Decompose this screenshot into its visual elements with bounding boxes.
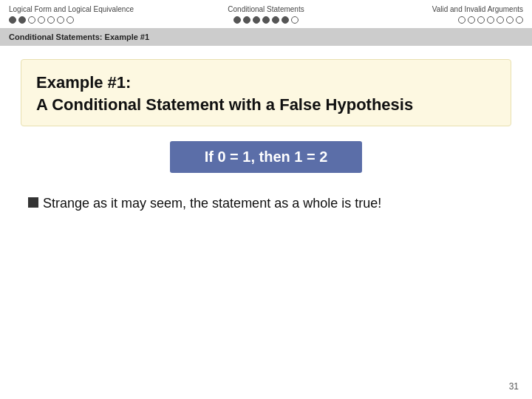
nav-dot-4 <box>38 16 45 24</box>
statement-box: If 0 = 1, then 1 = 2 <box>170 141 362 173</box>
nav-dot-v6 <box>506 16 514 24</box>
nav-dots-valid <box>458 16 523 24</box>
example-title: Example #1: A Conditional Statement with… <box>36 72 496 115</box>
main-content: Example #1: A Conditional Statement with… <box>0 46 532 399</box>
bullet-section: Strange as it may seem, the statement as… <box>21 194 511 213</box>
nav-dot-5 <box>47 16 55 24</box>
nav-dot-v1 <box>458 16 466 24</box>
nav-dot-c2 <box>243 16 250 24</box>
page-number-text: 31 <box>509 381 519 392</box>
nav-dot-v4 <box>487 16 494 24</box>
nav-dots-logical-form <box>9 16 168 24</box>
breadcrumb: Conditional Statements: Example #1 <box>0 28 532 46</box>
nav-dot-2 <box>18 16 26 24</box>
nav-dot-v5 <box>497 16 504 24</box>
nav-dots-conditional <box>233 16 299 24</box>
page-number: 31 <box>509 381 519 392</box>
bullet-icon <box>28 197 38 208</box>
nav-dot-3 <box>28 16 35 24</box>
bullet-text: Strange as it may seem, the statement as… <box>43 194 381 213</box>
nav-section-conditional[interactable]: Conditional Statements <box>177 0 355 28</box>
statement-wrapper: If 0 = 1, then 1 = 2 <box>21 141 511 173</box>
example-box: Example #1: A Conditional Statement with… <box>21 59 511 126</box>
nav-dot-c6 <box>282 16 289 24</box>
nav-dot-7 <box>66 16 74 24</box>
nav-dot-c5 <box>272 16 279 24</box>
nav-section-logical-form[interactable]: Logical Form and Logical Equivalence <box>0 0 177 28</box>
breadcrumb-text: Conditional Statements: Example #1 <box>9 33 149 41</box>
top-navigation: Logical Form and Logical Equivalence Con… <box>0 0 532 28</box>
nav-dot-v2 <box>468 16 475 24</box>
example-title-line1: Example #1: <box>36 73 131 92</box>
nav-dot-1 <box>9 16 16 24</box>
statement-text: If 0 = 1, then 1 = 2 <box>205 149 328 165</box>
nav-dot-c1 <box>233 16 241 24</box>
nav-section-valid[interactable]: Valid and Invalid Arguments <box>355 0 532 28</box>
nav-section-valid-title: Valid and Invalid Arguments <box>432 4 523 14</box>
nav-dot-c7 <box>291 16 299 24</box>
example-title-line2: A Conditional Statement with a False Hyp… <box>36 95 413 114</box>
nav-dot-6 <box>57 16 64 24</box>
nav-dot-v7 <box>516 16 523 24</box>
nav-dot-v3 <box>477 16 485 24</box>
nav-section-conditional-title: Conditional Statements <box>228 4 304 14</box>
nav-dot-c4 <box>262 16 270 24</box>
nav-section-logical-form-title: Logical Form and Logical Equivalence <box>9 4 168 14</box>
nav-dot-c3 <box>253 16 260 24</box>
